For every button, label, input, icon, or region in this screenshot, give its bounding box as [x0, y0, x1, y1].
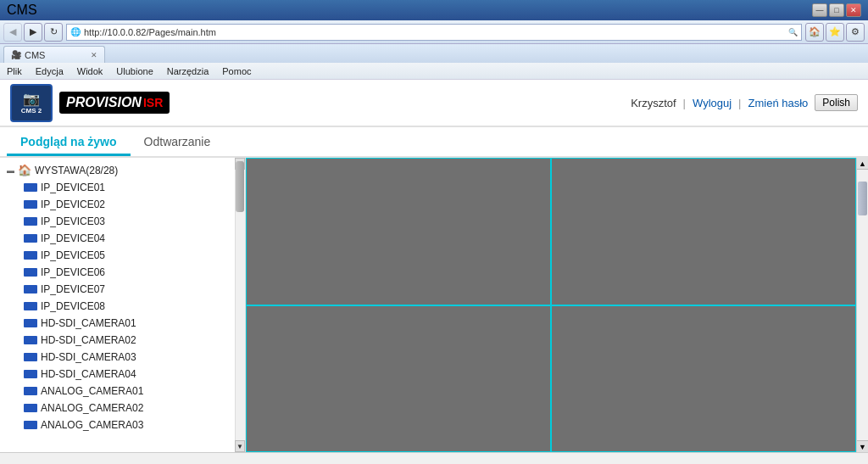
sidebar-group[interactable]: ▬ 🏠 WYSTAWA(28/28) [0, 161, 245, 179]
app-main: ▬ 🏠 WYSTAWA(28/28) IP_DEVICE01 IP_DEVICE… [0, 158, 868, 452]
sidebar: ▬ 🏠 WYSTAWA(28/28) IP_DEVICE01 IP_DEVICE… [0, 158, 246, 452]
scrollbar-track: ▲ ▼ [235, 158, 245, 452]
list-item[interactable]: IP_DEVICE01 [0, 179, 245, 196]
sep1: | [683, 97, 686, 109]
list-item[interactable]: IP_DEVICE06 [0, 264, 245, 281]
camera-icon [24, 234, 37, 243]
collapse-icon: ▬ [7, 166, 14, 175]
browser-tab[interactable]: 🎥 CMS ✕ [3, 46, 105, 63]
home-button[interactable]: 🏠 [805, 23, 824, 42]
video-cell-1[interactable] [246, 158, 551, 305]
camera-icon [24, 319, 37, 327]
list-item[interactable]: IP_DEVICE02 [0, 196, 245, 213]
cms-camera-icon: 📷 [23, 91, 40, 107]
camera-label: IP_DEVICE04 [41, 232, 105, 244]
minimize-button[interactable]: — [812, 3, 827, 17]
cms-label: CMS 2 [21, 107, 42, 115]
camera-label: ANALOG_CAMERA03 [41, 419, 143, 431]
cms-logo: 📷 CMS 2 [10, 84, 53, 122]
menu-bar: Plik Edycja Widok Ulubione Narzędzia Pom… [0, 63, 868, 80]
right-scroll-thumb[interactable] [858, 182, 867, 215]
list-item[interactable]: IP_DEVICE03 [0, 213, 245, 230]
video-cell-2[interactable] [551, 158, 856, 305]
back-button[interactable]: ◀ [3, 23, 22, 42]
camera-icon [24, 217, 37, 226]
tab-close-icon[interactable]: ✕ [91, 51, 97, 59]
camera-icon [24, 404, 37, 412]
home-icon: 🏠 [18, 164, 31, 176]
tab-label: CMS [25, 50, 45, 60]
menu-ulubione[interactable]: Ulubione [113, 66, 156, 76]
video-grid [246, 158, 856, 452]
nav-bar: ◀ ▶ ↻ 🌐 http://10.0.0.82/Pages/main.htm … [0, 20, 868, 44]
tab-live[interactable]: Podgląd na żywo [7, 130, 131, 156]
provision-logo: PROVISION ISR [59, 92, 170, 114]
right-scrollbar: ▲ ▼ [856, 158, 868, 452]
bottom-scrollbar[interactable] [0, 452, 868, 464]
video-cell-4[interactable] [551, 305, 856, 453]
title-bar-title: CMS [7, 3, 37, 18]
camera-label: ANALOG_CAMERA02 [41, 402, 143, 414]
username-label: Krzysztof [631, 97, 676, 109]
refresh-button[interactable]: ↻ [44, 23, 63, 42]
sidebar-list: ▬ 🏠 WYSTAWA(28/28) IP_DEVICE01 IP_DEVICE… [0, 158, 245, 437]
camera-label: HD-SDI_CAMERA04 [41, 368, 136, 380]
tab-live-label: Podgląd na żywo [20, 135, 117, 148]
title-bar-left: CMS [7, 3, 37, 18]
list-item[interactable]: IP_DEVICE05 [0, 247, 245, 264]
camera-icon [24, 421, 37, 429]
app-content: 📷 CMS 2 PROVISION ISR Krzysztof | Wylogu… [0, 80, 868, 464]
close-button[interactable]: ✕ [846, 3, 861, 17]
list-item[interactable]: HD-SDI_CAMERA01 [0, 315, 245, 332]
list-item[interactable]: HD-SDI_CAMERA02 [0, 332, 245, 349]
camera-icon [24, 336, 37, 344]
list-item[interactable]: HD-SDI_CAMERA03 [0, 349, 245, 366]
app-header: 📷 CMS 2 PROVISION ISR Krzysztof | Wylogu… [0, 80, 868, 127]
change-pass-link[interactable]: Zmień hasło [748, 97, 809, 109]
video-cell-3[interactable] [246, 305, 551, 453]
provision-isr-text: ISR [143, 96, 163, 109]
tab-playback-label: Odtwarzanie [144, 135, 211, 148]
list-item[interactable]: IP_DEVICE08 [0, 298, 245, 315]
scrollbar-thumb[interactable] [236, 161, 244, 212]
camera-icon [24, 183, 37, 192]
camera-label: HD-SDI_CAMERA01 [41, 317, 136, 329]
list-item[interactable]: HD-SDI_CAMERA04 [0, 366, 245, 383]
camera-label: IP_DEVICE01 [41, 182, 105, 193]
forward-button[interactable]: ▶ [24, 23, 42, 42]
list-item[interactable]: ANALOG_CAMERA01 [0, 383, 245, 400]
group-label: WYSTAWA(28/28) [35, 165, 118, 176]
sep2: | [738, 97, 741, 109]
list-item[interactable]: ANALOG_CAMERA02 [0, 400, 245, 416]
camera-icon [24, 370, 37, 378]
camera-label: HD-SDI_CAMERA02 [41, 334, 136, 346]
camera-icon [24, 353, 37, 361]
favorites-button[interactable]: ⭐ [826, 23, 844, 42]
camera-label: IP_DEVICE03 [41, 215, 105, 227]
camera-icon [24, 302, 37, 310]
list-item[interactable]: IP_DEVICE04 [0, 230, 245, 247]
tab-playback[interactable]: Odtwarzanie [131, 130, 225, 156]
menu-edycja[interactable]: Edycja [32, 66, 67, 76]
right-scroll-up[interactable]: ▲ [857, 158, 868, 170]
menu-pomoc[interactable]: Pomoc [219, 66, 254, 76]
right-scroll-down[interactable]: ▼ [857, 440, 868, 452]
app-tabs: Podgląd na żywo Odtwarzanie [0, 127, 868, 158]
list-item[interactable]: IP_DEVICE07 [0, 281, 245, 298]
language-button[interactable]: Polish [815, 94, 858, 111]
menu-plik[interactable]: Plik [3, 66, 25, 76]
address-search-icon[interactable]: 🔍 [788, 28, 798, 36]
logo-area: 📷 CMS 2 PROVISION ISR [10, 84, 170, 122]
camera-label: IP_DEVICE02 [41, 198, 105, 210]
maximize-button[interactable]: □ [829, 3, 844, 17]
camera-label: ANALOG_CAMERA01 [41, 385, 143, 397]
address-bar[interactable]: 🌐 http://10.0.0.82/Pages/main.htm 🔍 [66, 24, 802, 41]
camera-label: HD-SDI_CAMERA03 [41, 351, 136, 363]
camera-icon [24, 200, 37, 209]
scroll-down-button[interactable]: ▼ [235, 440, 245, 452]
settings-button[interactable]: ⚙ [846, 23, 865, 42]
menu-narzedzia[interactable]: Narzędzia [164, 66, 213, 76]
logout-link[interactable]: Wyloguj [693, 97, 732, 109]
list-item[interactable]: ANALOG_CAMERA03 [0, 416, 245, 433]
menu-widok[interactable]: Widok [74, 66, 107, 76]
